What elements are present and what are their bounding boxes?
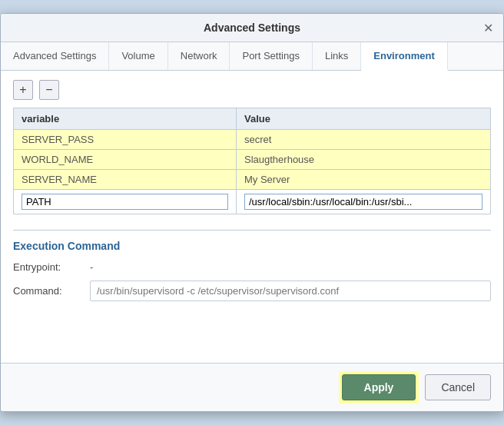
tab-environment[interactable]: Environment: [361, 42, 447, 71]
execution-section-title: Execution Command: [13, 240, 491, 252]
tab-volume[interactable]: Volume: [109, 42, 167, 70]
var-value-cell: Slaugtherhouse: [237, 150, 491, 170]
var-name-cell: SERVER_PASS: [14, 130, 237, 150]
var-value-cell: My Server: [237, 170, 491, 190]
col-header-variable: variable: [14, 108, 237, 130]
env-toolbar: + −: [13, 80, 491, 100]
var-value-cell-active[interactable]: [237, 190, 491, 214]
dialog-title: Advanced Settings: [204, 22, 300, 34]
entrypoint-label: Entrypoint:: [13, 261, 90, 273]
dialog-body: + − variable Value SERVER_PASS secret W: [1, 71, 503, 363]
table-row: SERVER_PASS secret: [14, 130, 491, 150]
section-divider: [13, 230, 491, 231]
variable-value-input[interactable]: [244, 194, 482, 210]
col-header-value: Value: [237, 108, 491, 130]
remove-icon: −: [45, 83, 52, 97]
cancel-button[interactable]: Cancel: [425, 374, 491, 400]
close-button[interactable]: ✕: [480, 20, 496, 35]
environment-table: variable Value SERVER_PASS secret WORLD_…: [13, 108, 491, 214]
var-name-cell: WORLD_NAME: [14, 150, 237, 170]
tab-network[interactable]: Network: [168, 42, 230, 70]
table-row: WORLD_NAME Slaugtherhouse: [14, 150, 491, 170]
entrypoint-row: Entrypoint: -: [13, 261, 491, 273]
command-input[interactable]: [90, 281, 491, 301]
tab-bar: Advanced Settings Volume Network Port Se…: [1, 42, 503, 71]
table-row-active: [14, 190, 491, 214]
command-label: Command:: [13, 285, 90, 297]
close-icon: ✕: [483, 21, 493, 35]
advanced-settings-dialog: Advanced Settings ✕ Advanced Settings Vo…: [0, 13, 504, 412]
dialog-footer: Apply Cancel: [1, 363, 503, 411]
var-value-cell: secret: [237, 130, 491, 150]
var-name-cell-active[interactable]: [14, 190, 237, 214]
remove-variable-button[interactable]: −: [39, 80, 59, 100]
apply-button[interactable]: Apply: [342, 374, 416, 400]
dialog-title-bar: Advanced Settings ✕: [1, 14, 503, 42]
tab-advanced-settings[interactable]: Advanced Settings: [1, 42, 109, 70]
add-icon: +: [19, 83, 26, 97]
table-row: SERVER_NAME My Server: [14, 170, 491, 190]
entrypoint-value: -: [90, 261, 93, 273]
tab-links[interactable]: Links: [313, 42, 361, 70]
add-variable-button[interactable]: +: [13, 80, 33, 100]
var-name-cell: SERVER_NAME: [14, 170, 237, 190]
apply-button-wrapper: Apply: [339, 371, 419, 403]
variable-name-input[interactable]: [22, 194, 228, 210]
command-row: Command:: [13, 281, 491, 301]
tab-port-settings[interactable]: Port Settings: [230, 42, 312, 70]
